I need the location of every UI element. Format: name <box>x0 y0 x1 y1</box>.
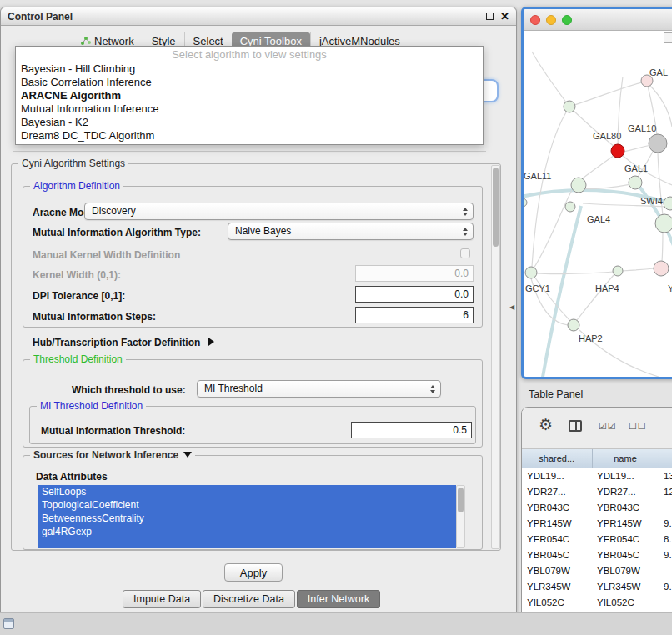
data-attributes-label: Data Attributes <box>36 471 108 482</box>
network-node[interactable] <box>564 101 575 112</box>
table-row[interactable]: YDR27...YDR27...12 <box>522 483 672 499</box>
mi-type-select[interactable]: Naive Bayes <box>228 222 474 240</box>
close-window-icon[interactable]: ✕ <box>500 12 509 21</box>
network-node-label: HAP4 <box>595 283 619 293</box>
table-row[interactable]: YBL079WYBL079W <box>522 562 672 578</box>
network-node-label: GAL4 <box>587 214 610 224</box>
network-node-label: GAL10 <box>628 123 656 133</box>
network-node[interactable] <box>568 319 579 331</box>
algorithm-menu-items: Bayesian - Hill ClimbingBasic Correlatio… <box>16 62 483 142</box>
network-edge <box>532 52 569 107</box>
table-row[interactable]: YER054CYER054C8. <box>522 531 672 547</box>
control-panel-titlebar: Control Panel ✕ <box>1 8 516 26</box>
algorithm-menu-item[interactable]: Mutual Information Inference <box>16 102 483 116</box>
dpi-tolerance-label: DPI Tolerance [0,1]: <box>33 290 125 302</box>
manual-kernel-label: Manual Kernel Width Definition <box>33 249 180 261</box>
table-row[interactable]: YPR145WYPR145W9. <box>522 515 672 531</box>
column-header-name[interactable]: name <box>592 449 659 468</box>
gear-icon[interactable]: ⚙ <box>539 417 553 433</box>
mi-threshold-field[interactable]: 0.5 <box>351 422 472 438</box>
network-edge <box>649 85 672 127</box>
attribute-list-item[interactable]: BetweennessCentrality <box>38 512 456 525</box>
attributes-list-scrollbar[interactable] <box>456 485 465 548</box>
column-header-shared-name[interactable]: shared... <box>522 449 592 468</box>
checked-boxes-icon[interactable]: ☑☑ <box>599 421 617 432</box>
dpi-tolerance-field[interactable]: 0.0 <box>355 286 474 302</box>
table-row[interactable]: YBR043CYBR043C <box>522 499 672 515</box>
zoom-traffic-light[interactable] <box>562 15 572 25</box>
network-node[interactable] <box>664 197 672 210</box>
panel-collapse-handle[interactable]: ◀ <box>509 303 514 311</box>
manual-kernel-checkbox[interactable] <box>460 248 470 258</box>
minimize-traffic-light[interactable] <box>546 15 556 25</box>
network-tab-icon <box>81 36 91 46</box>
attribute-list-item[interactable]: gal4RGexp <box>38 525 456 538</box>
which-threshold-select[interactable]: MI Threshold <box>197 380 441 398</box>
network-node[interactable] <box>613 266 623 276</box>
table-panel-toolbar: ⚙ ☑☑ ☐☐ <box>522 408 672 449</box>
table-row[interactable]: YBR045CYBR045C9. <box>522 547 672 562</box>
network-edge <box>577 275 614 320</box>
table-row[interactable]: YDL19...YDL19...13 <box>522 468 672 483</box>
network-node-label: GAL11 <box>524 171 551 181</box>
tab-impute-data[interactable]: Impute Data <box>123 590 201 608</box>
group-title: Threshold Definition <box>30 353 126 365</box>
kernel-width-field[interactable]: 0.0 <box>355 265 474 282</box>
sources-title: Sources for Network Inference <box>33 449 178 461</box>
sources-toggle[interactable]: Sources for Network Inference <box>30 449 195 461</box>
combo-arrows-icon <box>463 228 468 236</box>
table-columns-icon[interactable] <box>569 420 582 432</box>
network-node-label: GAL1 <box>624 163 648 173</box>
algorithm-menu-item[interactable]: Basic Correlation Inference <box>16 76 483 89</box>
group-title: Algorithm Definition <box>30 180 123 192</box>
network-node[interactable] <box>565 202 575 212</box>
network-node[interactable] <box>571 178 586 192</box>
network-node[interactable] <box>629 176 642 189</box>
overview-toggle[interactable] <box>664 32 672 43</box>
algorithm-menu-item[interactable]: Dream8 DC_TDC Algorithm <box>16 129 483 142</box>
table-row[interactable]: YLR345WYLR345W9. <box>522 578 672 594</box>
which-threshold-label: Which threshold to use: <box>72 384 186 396</box>
mi-type-value: Naive Bayes <box>235 225 291 237</box>
network-edge <box>536 272 614 274</box>
table-panel-window: ⚙ ☑☑ ☐☐ shared... name YDL19...YDL19...1… <box>521 407 672 615</box>
attribute-list-item[interactable]: TopologicalCoefficient <box>38 498 456 512</box>
settings-scrollbar[interactable] <box>491 165 500 549</box>
table-panel-title: Table Panel <box>529 388 583 400</box>
group-divider-line <box>13 151 486 152</box>
attribute-list-item-partial[interactable] <box>38 538 456 548</box>
network-node[interactable] <box>611 144 624 158</box>
column-header-cutoff[interactable] <box>659 449 672 468</box>
network-node-label: SWI4 <box>640 196 663 206</box>
close-traffic-light[interactable] <box>530 15 540 25</box>
float-window-icon[interactable] <box>486 12 494 20</box>
unchecked-boxes-icon[interactable]: ☐☐ <box>629 421 647 432</box>
network-view-window: GALGAL80GAL10GAL11GAL1SWI4GAL4GCY1HAP4HA… <box>521 7 672 379</box>
network-node[interactable] <box>524 198 527 207</box>
data-attributes-list: SelfLoopsTopologicalCoefficientBetweenne… <box>38 485 456 548</box>
apply-button[interactable]: Apply <box>224 563 283 582</box>
network-node[interactable] <box>655 214 672 232</box>
table-row[interactable]: YIL052CYIL052C <box>522 594 672 610</box>
network-node-label: GCY1 <box>525 283 550 293</box>
aracne-mode-select[interactable]: Discovery <box>84 202 474 220</box>
network-node[interactable] <box>654 261 669 276</box>
network-node-label: HAP2 <box>579 333 603 343</box>
network-edge <box>532 111 567 267</box>
chevron-right-icon <box>208 338 214 346</box>
hub-section-toggle[interactable]: Hub/Transcription Factor Definition <box>33 337 214 348</box>
network-node[interactable] <box>525 267 537 278</box>
which-threshold-value: MI Threshold <box>204 382 263 394</box>
tab-discretize-data[interactable]: Discretize Data <box>203 590 295 608</box>
algorithm-menu-item[interactable]: Bayesian - Hill Climbing <box>16 62 483 76</box>
attribute-list-item[interactable]: SelfLoops <box>38 485 456 498</box>
algorithm-menu-item[interactable]: Bayesian - K2 <box>16 116 483 129</box>
network-canvas[interactable]: GALGAL80GAL10GAL11GAL1SWI4GAL4GCY1HAP4HA… <box>524 31 672 377</box>
node-table: shared... name YDL19...YDL19...13YDR27..… <box>522 449 672 610</box>
restore-panel-icon[interactable] <box>3 618 14 629</box>
algorithm-menu-item[interactable]: ARACNE Algorithm <box>16 89 483 102</box>
network-node[interactable] <box>649 134 667 152</box>
mi-steps-field[interactable]: 6 <box>355 307 474 323</box>
kernel-width-label: Kernel Width (0,1): <box>33 269 121 281</box>
tab-infer-network[interactable]: Infer Network <box>297 590 380 608</box>
